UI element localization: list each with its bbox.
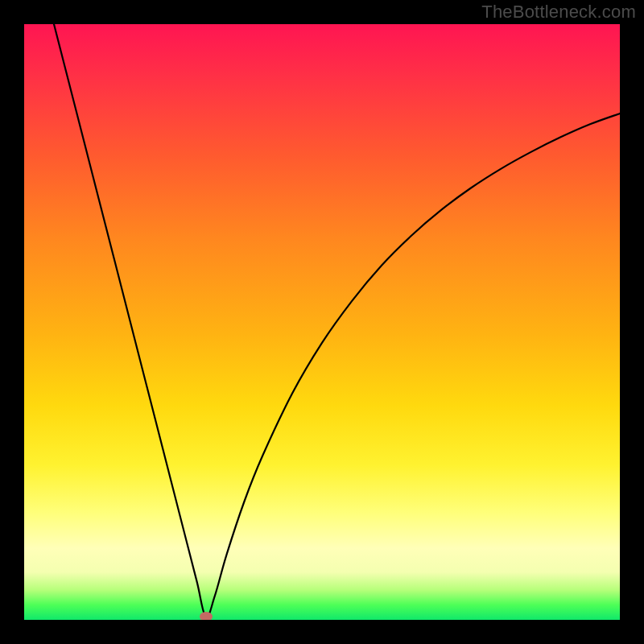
plot-area bbox=[24, 24, 620, 620]
optimal-point-marker bbox=[200, 612, 213, 620]
watermark-text: TheBottleneck.com bbox=[481, 2, 636, 23]
chart-frame: TheBottleneck.com bbox=[0, 0, 644, 644]
bottleneck-curve bbox=[54, 24, 620, 617]
curve-svg bbox=[24, 24, 620, 620]
